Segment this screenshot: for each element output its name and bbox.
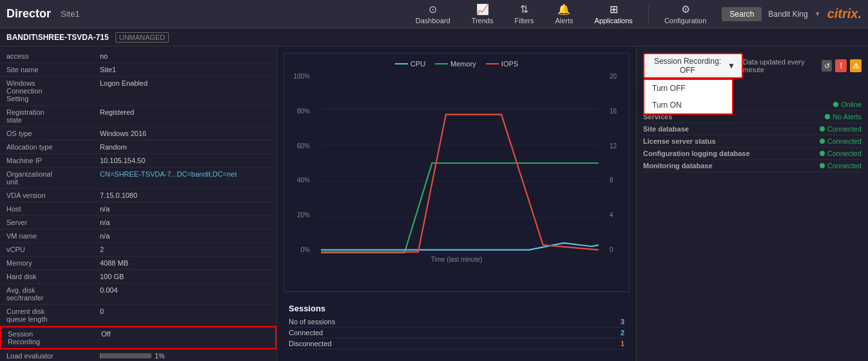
label-access: access [6,51,97,61]
label-ou: Organizationalunit [6,169,97,187]
left-panel: access no Site name Site1 WindowsConnect… [0,46,277,361]
progress-value: 1% [155,352,165,360]
brand-logo: Director [6,7,51,21]
info-row-vmname: VM name n/a [0,229,276,243]
nav-dashboard-label: Dashboard [416,17,450,24]
value-queue: 0 [97,306,107,324]
label-memory: Memory [6,258,97,268]
legend-iops: IOPS [486,60,518,68]
configuration-icon: ⚙ [681,3,690,15]
legend-memory-label: Memory [450,60,476,68]
progress-bar-bg [100,353,151,358]
y-right-tick-20: 20 [610,73,622,80]
session-rec-dropdown: Turn OFF Turn ON [643,79,733,115]
status-dot-configlog [820,151,825,156]
status-dot-services [825,114,830,119]
label-ip: Machine IP [6,155,97,166]
user-menu[interactable]: Bandit King [768,10,807,19]
delivery-row-sitedb: Site database Connected [643,123,862,135]
dropdown-turn-on[interactable]: Turn ON [644,97,732,113]
info-row-server: Server n/a [0,216,276,229]
delivery-value-services: No Alerts [825,113,862,121]
trends-icon: 📈 [476,3,489,15]
label-queue: Current diskqueue length [6,306,97,324]
value-vmname: n/a [97,231,113,241]
info-row-host: Host n/a [0,202,276,216]
nav-dashboard[interactable]: ⊙ Dashboard [407,1,459,27]
dropdown-turn-off[interactable]: Turn OFF [644,80,732,97]
value-ou[interactable]: CN=SHREE-TSVDA-7...DC=bandit,DC=net [97,169,240,187]
delivery-label-monitoring: Monitoring database [643,162,713,170]
session-recording-button[interactable]: Session Recording: OFF ▼ [643,53,743,79]
delivery-row-license: License server status Connected [643,135,862,148]
alerts-icon: 🔔 [557,3,570,15]
nav-separator [648,5,649,24]
refresh-button[interactable]: ↺ [822,60,832,72]
value-ip: 10.105.154.50 [97,155,148,166]
nav-alerts-label: Alerts [555,17,573,24]
sessions-row-disconnected: Disconnected 1 [289,338,624,349]
user-dropdown-arrow[interactable]: ▼ [815,10,821,17]
y-right-tick-12: 12 [610,142,622,150]
chart-svg [313,73,606,253]
main-nav: ⊙ Dashboard 📈 Trends ⇅ Filters 🔔 Alerts … [407,1,716,27]
sessions-row-connected: Connected 2 [289,327,624,338]
info-row-session-recording: SessionRecording Off [0,326,276,349]
info-row-disk: Hard disk 100 GB [0,270,276,284]
delivery-label-configlog: Configuration logging database [643,150,750,157]
warning-icon: ! [835,59,847,72]
delivery-row-monitoring: Monitoring database Connected [643,160,862,172]
label-disk: Hard disk [6,271,97,282]
status-dot-monitoring [820,163,825,168]
y-tick-80: 80% [291,108,310,115]
main-content: access no Site name Site1 WindowsConnect… [0,46,868,361]
delivery-row-configlog: Configuration logging database Connected [643,148,862,160]
info-row-reg: Registrationstate Registered [0,106,276,127]
session-recording-bar: Session Recording: OFF ▼ Turn OFF Turn O… [643,53,862,79]
right-panel: Session Recording: OFF ▼ Turn OFF Turn O… [636,46,868,361]
status-text-configlog: Connected [827,150,862,157]
nav-configuration-label: Configuration [664,17,706,24]
dashboard-icon: ⊙ [429,3,437,15]
nav-alerts[interactable]: 🔔 Alerts [546,1,582,27]
x-axis-label: Time (last minute) [291,256,622,263]
y-tick-100: 100% [291,73,310,80]
label-session-recording: SessionRecording [8,329,98,347]
value-reg: Registered [97,107,137,125]
search-button[interactable]: Search [722,7,762,21]
y-tick-40: 40% [291,177,310,184]
label-windows: WindowsConnectionSetting [6,78,97,104]
header-right: Search Bandit King ▼ citrix. [722,6,862,21]
sessions-title: Sessions [289,304,624,313]
nav-trends[interactable]: 📈 Trends [463,1,503,27]
status-text-monitoring: Connected [827,162,862,170]
legend-cpu-label: CPU [410,60,425,68]
label-vda: VDA version [6,190,97,200]
info-row-alloc: Allocation type Random [0,141,276,154]
unmanaged-badge: UNMANAGED [115,32,169,43]
status-text-sitedb: Connected [827,125,862,133]
session-rec-arrow: ▼ [728,61,735,70]
delivery-value-license: Connected [820,137,862,145]
legend-iops-label: IOPS [501,60,518,68]
value-alloc: Random [97,142,130,152]
header: Director Site1 ⊙ Dashboard 📈 Trends ⇅ Fi… [0,0,868,28]
legend-memory: Memory [435,60,476,68]
nav-applications[interactable]: ⊞ Applications [586,1,642,27]
middle-panel: CPU Memory IOPS 100% 80% 60% 40% [277,46,636,361]
sessions-row-total: No of sessions 3 [289,317,624,327]
nav-filters[interactable]: ⇅ Filters [505,1,543,27]
nav-configuration[interactable]: ⚙ Configuration [655,1,715,27]
value-vcpu: 2 [97,244,107,255]
value-session-recording: Off [98,329,113,347]
label-server: Server [6,217,97,228]
applications-icon: ⊞ [610,3,618,15]
info-row-vda: VDA version 7.15.0.1080 [0,189,276,202]
data-update-text: Data updated every minute [743,58,819,73]
citrix-logo: citrix. [827,6,862,21]
value-memory: 4088 MB [97,258,131,268]
label-load: Load evaluatorindex [6,351,97,361]
label-host: Host [6,204,97,214]
delivery-value-sitedb: Connected [820,125,862,133]
delivery-value-configlog: Connected [820,150,862,157]
